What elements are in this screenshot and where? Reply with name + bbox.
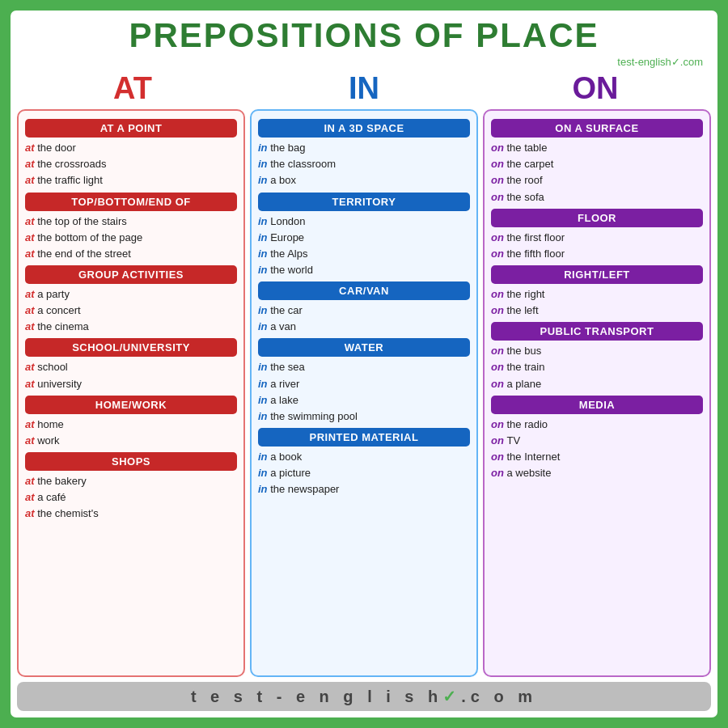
list-item: at the bakery [25,473,237,489]
item-text: the radio [507,418,548,430]
section-header: MEDIA [491,396,703,414]
preposition: in [258,142,270,154]
item-text: a café [37,491,66,503]
item-text: the bag [270,142,305,154]
preposition: at [25,418,37,430]
list-item: at the traffic light [25,172,237,188]
list-item: at the top of the stairs [25,214,237,230]
preposition: at [25,288,37,300]
item-text: a van [270,320,296,332]
section-header: FLOOR [491,209,703,227]
item-text: the fifth floor [507,248,565,260]
item-text: the Internet [507,451,561,463]
list-item: on a website [491,465,703,481]
item-text: the left [507,304,539,316]
item-text: a book [270,451,302,463]
item-text: the crossroads [37,158,106,170]
item-text: the carpet [507,158,554,170]
preposition: in [258,483,270,495]
section-header: GROUP ACTIVITIES [25,265,237,284]
section-header: PUBLIC TRANSPORT [491,322,703,341]
list-item: in a river [258,376,470,392]
in-column: IN A 3D SPACEin the bagin the classroomi… [250,109,478,677]
list-item: on the bus [491,343,703,359]
on-column: ON A SURFACEon the tableon the carpeton … [483,109,711,677]
section-header: TERRITORY [258,193,470,211]
item-text: a website [507,467,552,479]
list-item: at the bottom of the page [25,230,237,246]
item-text: the bus [507,345,542,357]
item-text: Europe [270,231,304,243]
section-header: AT A POINT [25,119,237,138]
item-text: university [37,378,82,390]
list-item: at the door [25,140,237,156]
item-text: the top of the stairs [37,215,127,227]
preposition: at [25,507,37,519]
section-header: HOME/WORK [25,396,237,414]
preposition: on [491,248,507,260]
item-text: the newspaper [270,483,339,495]
list-item: on the train [491,359,703,375]
columns-body: AT A POINTat the doorat the crossroadsat… [17,109,711,677]
section-header: CAR/VAN [258,281,470,300]
item-text: the car [270,304,303,316]
item-text: the bakery [37,475,87,487]
item-text: a lake [270,394,298,406]
item-text: TV [507,434,521,447]
list-item: on the carpet [491,156,703,172]
list-item: in the Alps [258,246,470,262]
list-item: in a box [258,172,470,188]
preposition: at [25,231,37,243]
list-item: on the Internet [491,449,703,465]
list-item: on the radio [491,417,703,433]
item-text: London [270,215,305,227]
preposition: at [25,320,37,332]
list-item: on the left [491,303,703,319]
list-item: at school [25,359,237,375]
footer: t e s t - e n g l i s h✓.c o m [17,682,711,711]
list-item: in London [258,214,470,230]
preposition: in [258,467,270,479]
item-text: school [37,361,68,373]
subtitle: test-english✓.com [17,56,711,68]
item-text: the swimming pool [270,410,358,422]
section-header: IN A 3D SPACE [258,119,470,138]
list-item: in the classroom [258,156,470,172]
list-item: on the table [491,140,703,156]
item-text: the sea [270,361,305,373]
list-item: in a book [258,449,470,465]
preposition: at [25,174,37,186]
list-item: on a plane [491,376,703,392]
preposition: in [258,215,270,227]
preposition: on [491,345,507,357]
preposition: on [491,434,507,447]
section-header: SHOPS [25,452,237,471]
section-header: PRINTED MATERIAL [258,428,470,447]
at-column: AT A POINTat the doorat the crossroadsat… [17,109,245,677]
list-item: in the newspaper [258,481,470,497]
preposition: on [491,418,507,430]
item-text: the cinema [37,320,89,332]
item-text: a party [37,288,70,300]
preposition: on [491,288,507,300]
section-header: ON A SURFACE [491,119,703,138]
item-text: the end of the street [37,248,131,260]
section-header: TOP/BOTTOM/END OF [25,193,237,211]
preposition: in [258,410,270,422]
preposition: on [491,361,507,373]
list-item: in Europe [258,230,470,246]
page-title: PREPOSITIONS OF PLACE [17,17,711,54]
list-item: in a lake [258,392,470,408]
list-item: at the cinema [25,319,237,335]
item-text: the traffic light [37,174,103,186]
preposition: in [258,174,270,186]
outer-border: PREPOSITIONS OF PLACE test-english✓.com … [6,6,722,722]
list-item: at the chemist's [25,506,237,522]
item-text: a box [270,174,296,186]
preposition: at [25,304,37,316]
in-header: IN [260,71,468,106]
list-item: at the crossroads [25,156,237,172]
item-text: a river [270,378,299,390]
item-text: home [37,418,64,430]
list-item: in the sea [258,359,470,375]
